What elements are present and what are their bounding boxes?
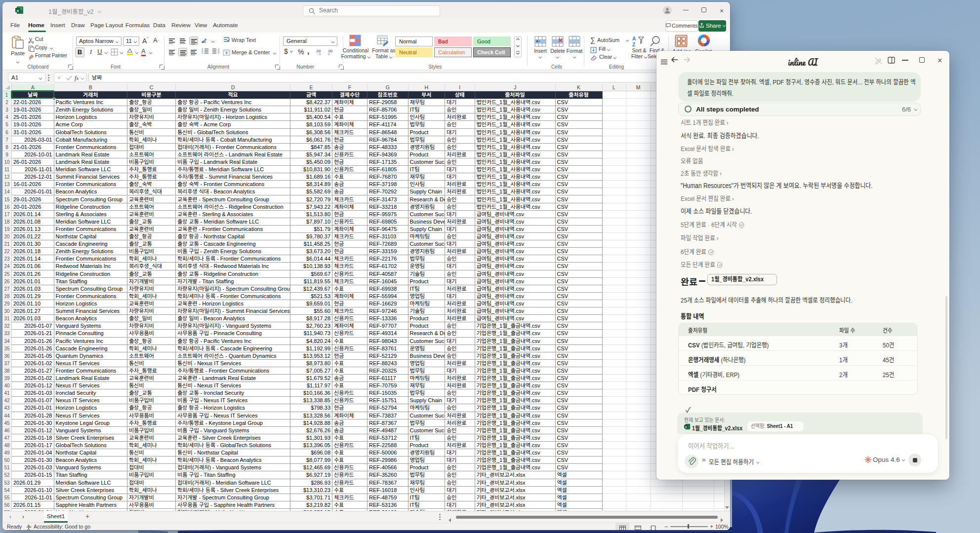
svg-text:x: x xyxy=(685,425,687,428)
